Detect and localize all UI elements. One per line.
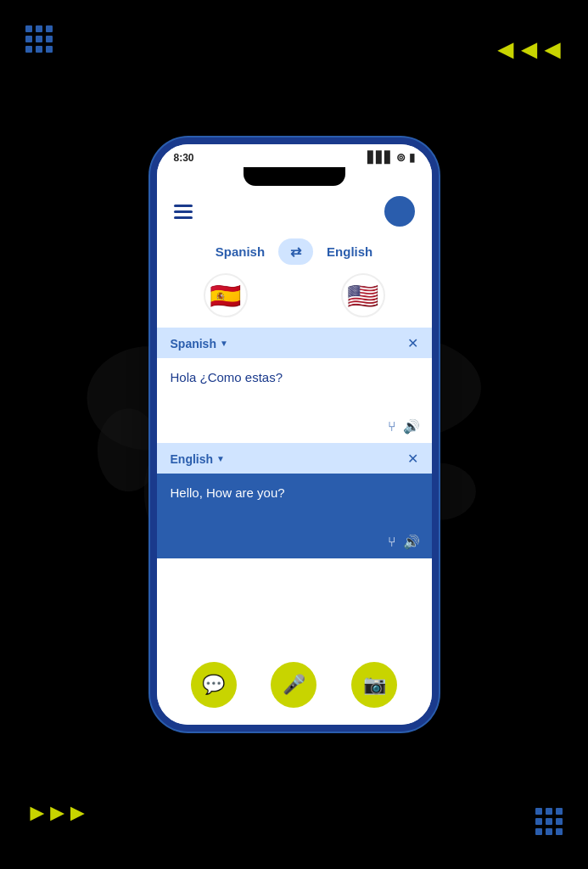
source-language-label[interactable]: Spanish	[216, 244, 265, 259]
hamburger-menu[interactable]	[174, 205, 193, 219]
battery-icon: ▮	[409, 151, 415, 164]
target-panel-header: English ✕	[157, 444, 432, 474]
source-share-icon[interactable]: ⑂	[388, 419, 396, 434]
chat-button[interactable]: 💬	[191, 662, 237, 708]
chat-icon: 💬	[202, 674, 225, 696]
hamburger-line-3	[174, 216, 193, 219]
source-text: Hola ¿Como estas?	[171, 370, 418, 384]
target-panel-content: Hello, How are you? ⑂ 🔊	[157, 474, 432, 558]
target-text: Hello, How are you?	[171, 485, 418, 500]
status-bar: 8:30 ▋▋▋ ⊚ ▮	[157, 144, 432, 167]
signal-icon: ▋▋▋	[367, 151, 393, 164]
swap-languages-button[interactable]: ⇄	[278, 238, 313, 265]
status-icons: ▋▋▋ ⊚ ▮	[367, 151, 415, 164]
source-flag[interactable]: 🇪🇸	[204, 273, 248, 317]
decorative-dots-top-left	[25, 25, 53, 53]
decorative-dots-bottom-right	[535, 808, 563, 835]
source-translation-panel: Spanish ✕ Hola ¿Como estas? ⑂ 🔊	[157, 328, 432, 443]
decorative-arrows-top-right: ◄◄◄	[492, 34, 563, 65]
target-flag[interactable]: 🇺🇸	[341, 273, 385, 317]
phone-frame: 8:30 ▋▋▋ ⊚ ▮ Spanish ⇄ English 🇪🇸 🇺🇸	[150, 137, 439, 732]
target-language-label[interactable]: English	[327, 244, 372, 259]
status-time: 8:30	[174, 152, 194, 164]
source-panel-close[interactable]: ✕	[407, 335, 418, 351]
mic-button[interactable]: 🎤	[271, 662, 316, 708]
target-speaker-icon[interactable]: 🔊	[403, 534, 420, 550]
camera-button[interactable]: 📷	[351, 662, 397, 708]
mic-icon: 🎤	[283, 674, 305, 696]
target-share-icon[interactable]: ⑂	[388, 535, 396, 550]
source-panel-content: Hola ¿Como estas? ⑂ 🔊	[157, 358, 432, 443]
language-selector-row: Spanish ⇄ English	[157, 233, 432, 270]
target-panel-lang[interactable]: English	[171, 452, 225, 466]
source-panel-header: Spanish ✕	[157, 328, 432, 358]
notch-bar	[157, 167, 432, 189]
camera-icon: 📷	[363, 674, 386, 696]
decorative-arrows-bottom-left: ►►►	[25, 799, 86, 827]
app-header	[157, 189, 432, 233]
hamburger-line-2	[174, 210, 193, 213]
flags-row: 🇪🇸 🇺🇸	[157, 270, 432, 328]
target-panel-icons: ⑂ 🔊	[388, 534, 420, 550]
profile-avatar[interactable]	[384, 196, 415, 227]
source-panel-icons: ⑂ 🔊	[388, 418, 420, 434]
hamburger-line-1	[174, 205, 193, 207]
bottom-toolbar: 💬 🎤 📷	[157, 648, 432, 725]
source-speaker-icon[interactable]: 🔊	[403, 418, 420, 434]
source-panel-lang[interactable]: Spanish	[171, 337, 228, 350]
notch	[244, 167, 345, 186]
target-translation-panel: English ✕ Hello, How are you? ⑂ 🔊	[157, 444, 432, 558]
target-panel-close[interactable]: ✕	[407, 451, 418, 467]
wifi-icon: ⊚	[396, 151, 406, 164]
